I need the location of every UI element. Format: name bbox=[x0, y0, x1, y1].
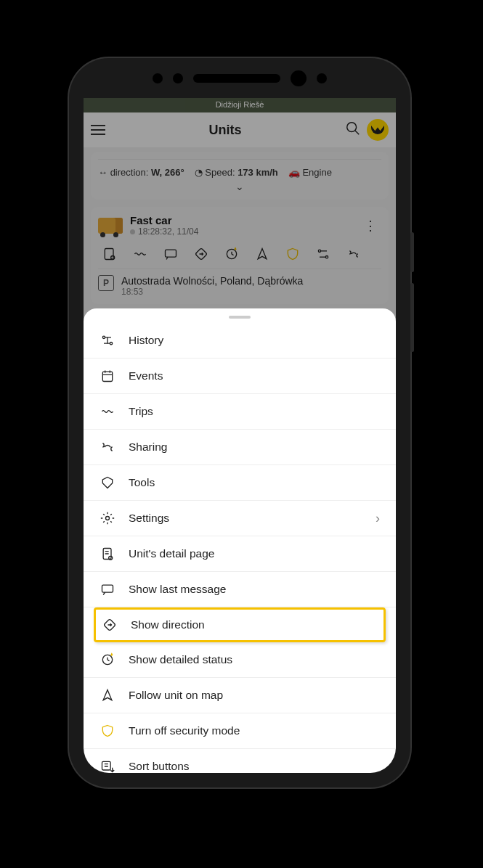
phone-notch bbox=[69, 58, 410, 98]
menu-item-label: Show last message bbox=[129, 583, 380, 596]
menu-item-label: Show detailed status bbox=[129, 653, 380, 666]
menu-item-status[interactable]: Show detailed status bbox=[84, 642, 396, 678]
menu-list: HistoryEventsTripsSharingToolsSettings›U… bbox=[84, 323, 396, 773]
side-button bbox=[410, 232, 414, 272]
unit-timestamp: 18:28:32, 11/04 bbox=[130, 226, 198, 237]
menu-item-settings[interactable]: Settings› bbox=[84, 501, 396, 536]
svg-rect-18 bbox=[102, 761, 111, 770]
search-icon[interactable] bbox=[345, 120, 361, 139]
menu-item-history[interactable]: History bbox=[84, 323, 396, 359]
page-title: Units bbox=[111, 123, 339, 138]
detail-icon bbox=[100, 546, 115, 562]
sort-icon[interactable] bbox=[316, 247, 330, 261]
content-area: ↔ direction: W, 266° ◔ Speed: 173 km/h 🚗… bbox=[84, 147, 396, 316]
menu-item-label: History bbox=[129, 334, 380, 347]
settings-icon bbox=[100, 510, 115, 526]
svg-point-9 bbox=[102, 336, 105, 338]
menu-item-label: Events bbox=[129, 369, 380, 382]
status-icon[interactable] bbox=[224, 247, 239, 261]
parking-icon: P bbox=[98, 275, 114, 291]
direction-icon bbox=[102, 617, 118, 633]
menu-item-label: Sharing bbox=[129, 441, 380, 454]
svg-point-7 bbox=[318, 250, 320, 252]
menu-item-security[interactable]: Turn off security mode bbox=[84, 713, 396, 749]
location-time: 18:53 bbox=[121, 287, 303, 297]
bottom-sheet: HistoryEventsTripsSharingToolsSettings›U… bbox=[84, 308, 396, 773]
menu-item-label: Settings bbox=[129, 512, 362, 525]
menu-item-label: Follow unit on map bbox=[129, 689, 380, 702]
more-icon[interactable]: ⋮ bbox=[360, 219, 381, 232]
menu-item-label: Trips bbox=[129, 405, 380, 418]
message-icon bbox=[100, 581, 115, 597]
menu-item-message[interactable]: Show last message bbox=[84, 572, 396, 607]
svg-line-1 bbox=[355, 131, 360, 135]
chevron-right-icon: › bbox=[376, 511, 380, 526]
location-row: P Autostrada Wolności, Poland, Dąbrówka … bbox=[98, 269, 381, 297]
svg-point-10 bbox=[110, 343, 112, 345]
menu-item-detail[interactable]: Unit's detail page bbox=[84, 536, 396, 572]
direction-chip: ↔ direction: W, 266° bbox=[98, 167, 184, 178]
sharing-icon bbox=[100, 439, 115, 455]
svg-point-0 bbox=[347, 123, 357, 132]
svg-rect-4 bbox=[166, 250, 176, 257]
map-peek: Didžioji Riešė bbox=[84, 98, 396, 112]
tools-icon bbox=[100, 475, 115, 491]
sharing-icon[interactable] bbox=[346, 247, 361, 261]
menu-item-label: Tools bbox=[129, 476, 380, 489]
summary-card: ↔ direction: W, 266° ◔ Speed: 173 km/h 🚗… bbox=[91, 152, 389, 200]
svg-rect-11 bbox=[102, 372, 112, 381]
menu-item-label: Unit's detail page bbox=[129, 547, 380, 560]
avatar[interactable] bbox=[367, 119, 389, 141]
history-icon bbox=[100, 332, 115, 348]
direction-icon[interactable] bbox=[194, 247, 208, 261]
svg-point-12 bbox=[106, 517, 110, 520]
menu-item-label: Turn off security mode bbox=[129, 724, 380, 737]
unit-icon-row bbox=[98, 237, 381, 269]
unit-name: Fast car bbox=[130, 214, 198, 226]
engine-chip: 🚗 Engine bbox=[288, 167, 332, 178]
menu-item-direction[interactable]: Show direction bbox=[94, 607, 386, 642]
menu-item-sharing[interactable]: Sharing bbox=[84, 430, 396, 465]
drag-handle[interactable] bbox=[229, 316, 251, 319]
follow-icon bbox=[100, 687, 115, 703]
topbar: Units bbox=[84, 112, 396, 147]
unit-card[interactable]: Fast car 18:28:32, 11/04 ⋮ bbox=[91, 207, 389, 304]
chevron-down-icon[interactable]: ⌄ bbox=[98, 181, 381, 192]
menu-item-label: Show direction bbox=[131, 618, 378, 631]
screen: Didžioji Riešė Units ↔ direction: W, 266… bbox=[84, 98, 396, 773]
message-icon[interactable] bbox=[163, 247, 178, 261]
sort-icon bbox=[100, 758, 115, 773]
events-icon bbox=[100, 368, 115, 384]
trips-icon[interactable] bbox=[133, 247, 147, 261]
menu-item-sort[interactable]: Sort buttons bbox=[84, 749, 396, 773]
security-icon bbox=[100, 723, 115, 739]
svg-rect-15 bbox=[102, 585, 113, 592]
detail-icon[interactable] bbox=[102, 247, 117, 261]
menu-item-follow[interactable]: Follow unit on map bbox=[84, 678, 396, 713]
menu-item-events[interactable]: Events bbox=[84, 359, 396, 394]
menu-item-tools[interactable]: Tools bbox=[84, 465, 396, 501]
speed-chip: ◔ Speed: 173 km/h bbox=[195, 167, 278, 178]
status-icon bbox=[100, 652, 115, 668]
side-button bbox=[410, 283, 414, 352]
menu-icon[interactable] bbox=[91, 122, 105, 138]
menu-item-label: Sort buttons bbox=[129, 760, 380, 773]
truck-icon bbox=[98, 218, 123, 234]
follow-icon[interactable] bbox=[255, 247, 269, 261]
shield-icon[interactable] bbox=[285, 247, 300, 261]
menu-item-trips[interactable]: Trips bbox=[84, 394, 396, 430]
svg-rect-2 bbox=[105, 249, 113, 260]
location-text: Autostrada Wolności, Poland, Dąbrówka bbox=[121, 275, 303, 287]
svg-point-8 bbox=[325, 256, 328, 258]
trips-icon bbox=[100, 404, 115, 419]
phone-frame: Didžioji Riešė Units ↔ direction: W, 266… bbox=[69, 58, 410, 787]
